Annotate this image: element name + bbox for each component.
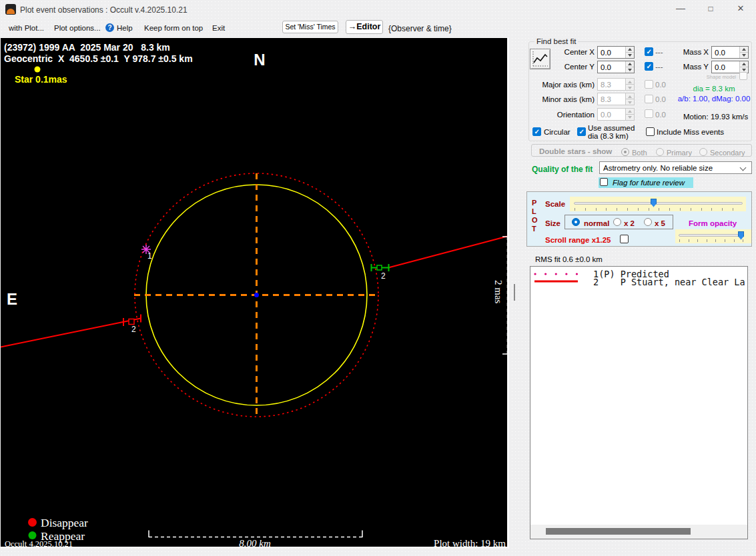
- plot-title-line1: (23972) 1999 AA 2025 Mar 20 8.3 km: [4, 42, 170, 53]
- center-x-checkbox[interactable]: [645, 47, 653, 56]
- plot-vertical-t: T: [532, 225, 536, 233]
- shape-model-checkbox[interactable]: [739, 72, 747, 80]
- chord-right-label: 2: [381, 271, 386, 281]
- minor-axis-cb-label: 0.0: [655, 95, 666, 103]
- include-miss-checkbox[interactable]: [646, 127, 655, 136]
- fit-listbox[interactable]: 1(P) Predicted 2 P Stuart, near Clear La: [530, 266, 748, 539]
- center-y-label: Center Y: [541, 63, 595, 71]
- size-normal-radio[interactable]: [572, 218, 580, 226]
- chord-right-line: [390, 237, 507, 268]
- scalebar-label: 8.00 km: [239, 538, 271, 549]
- size-normal-label: normal: [584, 219, 609, 227]
- circular-checkbox[interactable]: [532, 127, 541, 136]
- splitter-handle[interactable]: [514, 284, 515, 301]
- window: { "window": { "title": "Plot event obser…: [0, 0, 756, 556]
- shape-model-label: Shape model: [694, 74, 736, 80]
- major-axis-spinner: 8.3: [597, 78, 635, 91]
- size-x2-label: x 2: [624, 219, 635, 227]
- minimize-button[interactable]: —: [671, 0, 691, 19]
- major-axis-label: Major axis (km): [541, 81, 595, 89]
- use-assumed-label-1: Use assumed: [588, 124, 635, 132]
- find-best-fit-label: Find best fit: [534, 37, 578, 45]
- scale-slider-track[interactable]: [574, 202, 743, 205]
- quality-dropdown[interactable]: Astrometry only. No reliable size: [599, 161, 752, 174]
- spin-down-icon: [625, 99, 634, 105]
- spin-up-icon: [625, 93, 634, 99]
- menu-keep-on-top[interactable]: Keep form on top: [144, 24, 203, 32]
- opacity-slider-ticks: [679, 239, 743, 242]
- include-miss-label: Include Miss events: [657, 128, 724, 136]
- plot-title-line2: Geocentric X 4650.5 ±0.1 Y 978.7 ±0.5 km: [4, 53, 193, 64]
- double-stars-secondary-radio: [699, 148, 707, 156]
- major-axis-checkbox: [645, 80, 653, 89]
- orientation-label: Orientation: [541, 111, 595, 119]
- spin-up-icon[interactable]: [625, 61, 634, 67]
- list-row-2[interactable]: 2 P Stuart, near Clear La: [593, 277, 745, 287]
- spin-down-icon: [625, 85, 634, 90]
- spin-up-icon: [625, 109, 634, 115]
- editor-button[interactable]: →Editor: [346, 20, 383, 34]
- size-label: Size: [545, 219, 560, 227]
- center-y-spinner[interactable]: 0.0: [597, 61, 635, 73]
- opacity-slider-track[interactable]: [679, 234, 743, 237]
- size-x5-label: x 5: [655, 219, 665, 227]
- center-y-checkbox[interactable]: [645, 62, 653, 71]
- scale-slider-ticks: [575, 208, 743, 211]
- app-icon: [5, 4, 16, 15]
- spin-up-icon[interactable]: [739, 61, 748, 67]
- mas-label: 2 mas: [493, 280, 504, 304]
- window-title: Plot event observations : Occult v.4.202…: [20, 5, 187, 15]
- center-dot: [254, 293, 259, 297]
- plot-vertical-o: O: [532, 216, 538, 224]
- flag-review-label: Flag for future review: [613, 179, 685, 187]
- mass-y-label: Mass Y: [669, 63, 709, 71]
- spin-down-icon: [625, 115, 634, 120]
- spin-up-icon: [625, 79, 634, 85]
- maximize-button[interactable]: □: [701, 0, 721, 19]
- minor-axis-label: Minor axis (km): [541, 95, 595, 103]
- double-stars-both-label: Both: [632, 149, 647, 157]
- menu-with-plot[interactable]: with Plot...: [9, 24, 44, 32]
- orientation-checkbox: [645, 109, 653, 118]
- east-label: E: [7, 290, 17, 308]
- chord-left-line: [1, 319, 141, 347]
- scale-label: Scale: [545, 200, 565, 208]
- size-x2-radio[interactable]: [613, 218, 621, 226]
- mass-y-spinner[interactable]: 0.0: [711, 61, 749, 73]
- menu-exit[interactable]: Exit: [212, 24, 225, 32]
- observer-time-label: {Observer & time}: [388, 24, 452, 33]
- spin-down-icon[interactable]: [739, 53, 748, 58]
- close-button[interactable]: ✕: [731, 0, 751, 19]
- plot-version: Occult 4.2025.10.21: [5, 539, 73, 549]
- spin-down-icon[interactable]: [625, 67, 634, 73]
- menu-help[interactable]: Help: [117, 24, 133, 32]
- spin-up-icon[interactable]: [739, 47, 748, 53]
- center-x-spinner[interactable]: 0.0: [597, 46, 635, 59]
- list-hscrollbar-thumb[interactable]: [546, 528, 691, 535]
- orientation-cb-label: 0.0: [655, 111, 666, 119]
- spin-up-icon[interactable]: [625, 47, 634, 53]
- use-assumed-checkbox[interactable]: [577, 127, 586, 136]
- set-miss-times-button[interactable]: Set 'Miss' Times: [282, 21, 338, 33]
- spin-down-icon[interactable]: [625, 53, 634, 58]
- disappear-dot: [28, 518, 37, 527]
- rms-label: RMS fit 0.6 ±0.0 km: [535, 255, 603, 263]
- scroll-range-checkbox[interactable]: [620, 235, 629, 243]
- help-icon[interactable]: ?: [105, 23, 114, 32]
- form-opacity-label: Form opacity: [689, 219, 737, 227]
- double-stars-primary-radio: [656, 148, 664, 156]
- double-stars-both-radio: [621, 148, 629, 156]
- chevron-down-icon: [740, 164, 747, 171]
- plot-width-label: Plot width: 19 km: [434, 538, 506, 549]
- predicted-label: 1: [147, 251, 152, 261]
- menu-plot-options[interactable]: Plot options...: [54, 24, 101, 32]
- size-x5-radio[interactable]: [644, 218, 652, 226]
- list-hscrollbar[interactable]: [530, 525, 747, 539]
- plot-area[interactable]: (23972) 1999 AA 2025 Mar 20 8.3 km Geoce…: [1, 37, 509, 548]
- disappear-marker: [129, 319, 134, 325]
- flag-review-checkbox[interactable]: [600, 178, 608, 186]
- chord-left-label: 2: [131, 325, 136, 334]
- star-label: Star 0.1mas: [15, 74, 67, 85]
- minor-axis-spinner: 8.3: [597, 93, 635, 105]
- mass-x-spinner[interactable]: 0.0: [711, 46, 749, 59]
